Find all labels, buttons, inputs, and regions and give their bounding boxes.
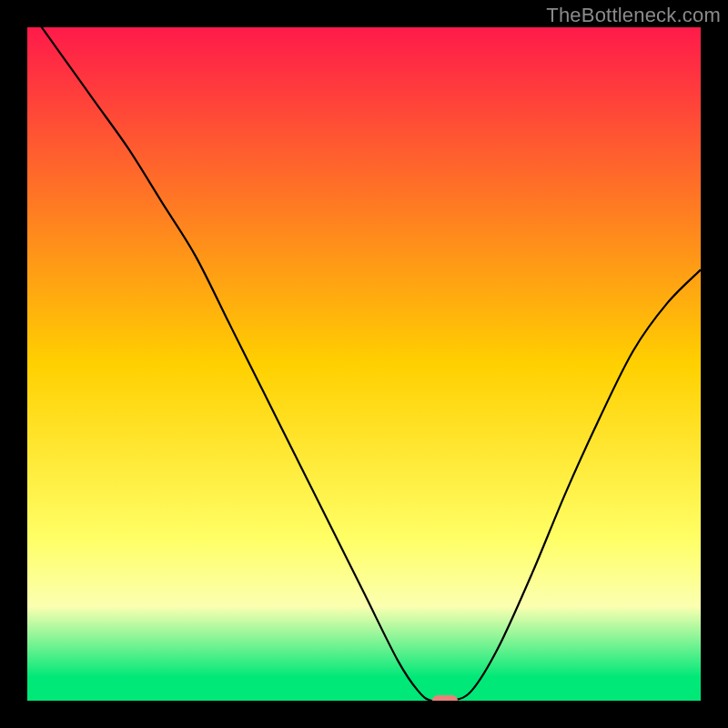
optimum-marker: [432, 695, 458, 701]
watermark-text: TheBottleneck.com: [546, 4, 721, 27]
chart-background: [27, 27, 701, 701]
outer-frame: TheBottleneck.com: [0, 0, 728, 728]
chart-svg: [27, 27, 701, 701]
plot-area: [27, 27, 701, 701]
